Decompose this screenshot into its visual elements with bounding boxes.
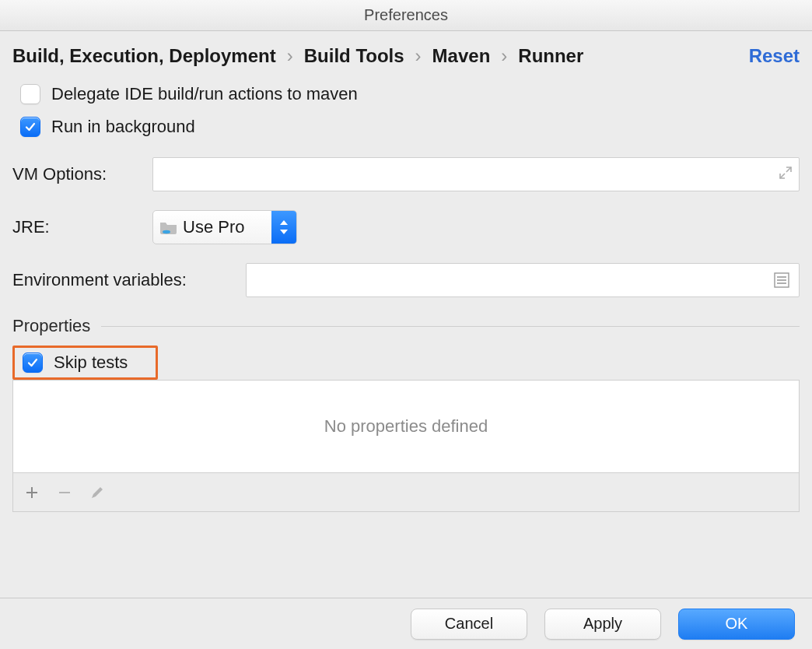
- skip-tests-label: Skip tests: [54, 353, 128, 373]
- cancel-button-label: Cancel: [445, 615, 493, 633]
- apply-button-label: Apply: [583, 615, 622, 633]
- select-stepper-icon[interactable]: [271, 211, 296, 244]
- properties-toolbar: [12, 473, 800, 512]
- properties-section-title: Properties: [12, 316, 90, 336]
- add-button[interactable]: [24, 485, 40, 500]
- ok-button[interactable]: OK: [678, 609, 795, 640]
- jre-selected-text: Use Pro: [183, 217, 271, 237]
- vm-options-input[interactable]: [152, 157, 800, 191]
- chevron-right-icon: ›: [501, 45, 507, 67]
- chevron-right-icon: ›: [415, 45, 422, 67]
- cancel-button[interactable]: Cancel: [411, 609, 527, 640]
- edit-button[interactable]: [89, 485, 105, 500]
- env-vars-input[interactable]: [246, 263, 800, 297]
- apply-button[interactable]: Apply: [544, 609, 661, 640]
- properties-list-empty: No properties defined: [12, 380, 800, 473]
- delegate-label: Delegate IDE build/run actions to maven: [51, 84, 358, 104]
- breadcrumb-item[interactable]: Runner: [518, 45, 583, 67]
- window-title: Preferences: [364, 6, 448, 24]
- breadcrumb-item[interactable]: Build, Execution, Deployment: [12, 45, 276, 67]
- env-vars-label: Environment variables:: [12, 270, 246, 290]
- reset-link[interactable]: Reset: [749, 45, 800, 67]
- window-title-bar: Preferences: [0, 0, 812, 31]
- ok-button-label: OK: [726, 615, 748, 633]
- run-background-checkbox[interactable]: [20, 117, 40, 137]
- svg-point-0: [163, 230, 170, 233]
- jre-select[interactable]: Use Pro: [152, 210, 297, 244]
- breadcrumb-item[interactable]: Maven: [432, 45, 491, 67]
- breadcrumb: Build, Execution, Deployment › Build Too…: [12, 45, 583, 67]
- properties-empty-text: No properties defined: [324, 416, 488, 437]
- expand-icon[interactable]: [779, 166, 793, 183]
- chevron-right-icon: ›: [287, 45, 293, 67]
- vm-options-label: VM Options:: [12, 164, 152, 184]
- list-icon[interactable]: [771, 269, 793, 291]
- delegate-checkbox[interactable]: [20, 84, 40, 104]
- divider: [101, 326, 800, 327]
- jre-label: JRE:: [12, 217, 152, 237]
- skip-tests-checkbox[interactable]: [23, 353, 43, 373]
- skip-tests-highlight: Skip tests: [12, 346, 158, 380]
- dialog-footer: Cancel Apply OK: [0, 598, 812, 649]
- folder-icon: [159, 219, 178, 235]
- remove-button[interactable]: [57, 485, 72, 500]
- breadcrumb-item[interactable]: Build Tools: [304, 45, 404, 67]
- run-background-label: Run in background: [51, 117, 195, 137]
